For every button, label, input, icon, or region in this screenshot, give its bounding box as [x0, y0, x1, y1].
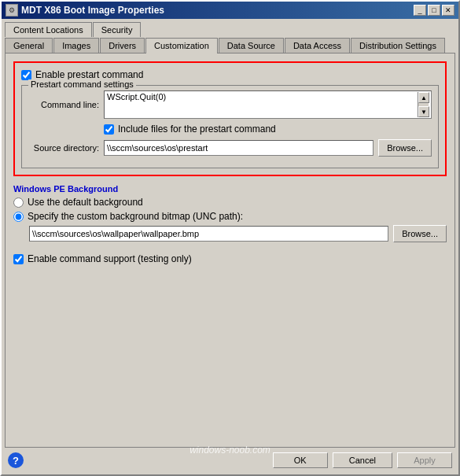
prestart-group-label: Prestart command settings — [28, 79, 136, 89]
background-section-label: Windows PE Background — [13, 184, 447, 194]
enable-prestart-row: Enable prestart command — [21, 69, 439, 80]
ok-button[interactable]: OK — [273, 452, 328, 468]
window-body: Content Locations Security General Image… — [2, 19, 458, 474]
title-bar: ⚙ MDT X86 Boot Image Properties _ □ ✕ — [2, 2, 458, 19]
maximize-button[interactable]: □ — [428, 5, 440, 16]
footer-buttons: OK Cancel Apply — [273, 452, 452, 468]
command-support-label: Enable command support (testing only) — [28, 253, 192, 264]
command-support-row: Enable command support (testing only) — [13, 253, 447, 264]
default-background-row: Use the default background — [13, 197, 447, 208]
wallpaper-row: Browse... — [29, 225, 447, 242]
custom-background-row: Specify the custom background bitmap (UN… — [13, 211, 447, 222]
tab-drivers[interactable]: Drivers — [100, 38, 145, 53]
window-icon: ⚙ — [6, 4, 18, 17]
tab-security[interactable]: Security — [93, 22, 142, 37]
default-background-label: Use the default background — [28, 197, 143, 208]
scroll-up-arrow[interactable]: ▲ — [418, 92, 429, 103]
source-dir-row: Source directory: Browse... — [28, 139, 432, 157]
tab-data-access[interactable]: Data Access — [285, 38, 350, 53]
command-support-checkbox[interactable] — [13, 254, 24, 264]
cancel-button[interactable]: Cancel — [333, 452, 392, 468]
include-files-row: Include files for the prestart command — [104, 124, 432, 135]
scroll-down-arrow[interactable]: ▼ — [418, 106, 429, 117]
content-area: Enable prestart command Prestart command… — [5, 53, 455, 448]
apply-button[interactable]: Apply — [397, 452, 452, 468]
enable-prestart-checkbox[interactable] — [21, 70, 31, 80]
footer: ? OK Cancel Apply — [5, 448, 455, 471]
command-line-value: WScript.Quit(0) — [107, 92, 418, 101]
enable-prestart-label: Enable prestart command — [35, 69, 143, 80]
minimize-button[interactable]: _ — [414, 5, 426, 16]
include-files-label: Include files for the prestart command — [118, 124, 276, 135]
tab-customization[interactable]: Customization — [145, 38, 218, 54]
background-section: Windows PE Background Use the default ba… — [13, 184, 447, 242]
source-dir-input[interactable] — [104, 140, 374, 156]
source-dir-label: Source directory: — [28, 143, 99, 153]
main-window: ⚙ MDT X86 Boot Image Properties _ □ ✕ Co… — [0, 0, 460, 476]
sub-tab-bar: General Images Drivers Customization Dat… — [5, 38, 455, 53]
default-background-radio[interactable] — [13, 197, 24, 208]
tab-data-source[interactable]: Data Source — [219, 38, 284, 53]
window-title: MDT X86 Boot Image Properties — [21, 5, 164, 16]
help-button[interactable]: ? — [8, 452, 24, 468]
top-tab-bar: Content Locations Security — [5, 22, 455, 37]
wallpaper-input[interactable] — [29, 226, 388, 242]
command-line-input-container: WScript.Quit(0) ▲ ▼ — [104, 90, 432, 119]
tab-general[interactable]: General — [5, 38, 53, 53]
tab-images[interactable]: Images — [53, 38, 99, 53]
include-files-checkbox[interactable] — [104, 124, 114, 135]
command-line-scrollbar: ▲ ▼ — [418, 92, 429, 117]
browse-wallpaper-button[interactable]: Browse... — [393, 225, 447, 242]
prestart-section: Enable prestart command Prestart command… — [13, 61, 447, 176]
title-buttons: _ □ ✕ — [414, 5, 454, 16]
browse-prestart-button[interactable]: Browse... — [378, 139, 432, 157]
tab-distribution-settings[interactable]: Distribution Settings — [351, 38, 445, 53]
command-line-row: Command line: WScript.Quit(0) ▲ ▼ — [28, 90, 432, 119]
custom-background-label: Specify the custom background bitmap (UN… — [28, 211, 243, 222]
command-support-section: Enable command support (testing only) — [13, 253, 447, 269]
command-line-label: Command line: — [28, 100, 99, 109]
tab-content-locations[interactable]: Content Locations — [5, 22, 92, 37]
footer-left: ? — [8, 452, 24, 468]
custom-background-radio[interactable] — [13, 212, 24, 222]
prestart-group-box: Prestart command settings Command line: … — [21, 85, 439, 168]
close-button[interactable]: ✕ — [442, 5, 454, 16]
